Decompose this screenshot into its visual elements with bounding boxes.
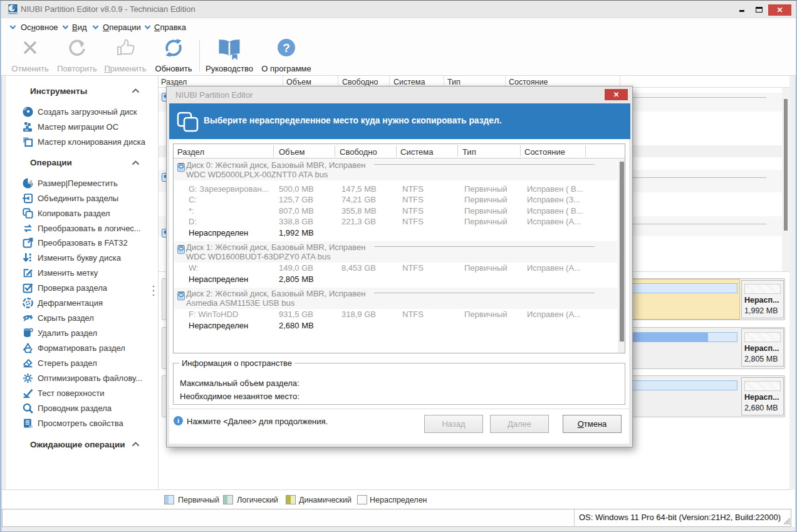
svg-text:?: ? [283, 41, 290, 55]
